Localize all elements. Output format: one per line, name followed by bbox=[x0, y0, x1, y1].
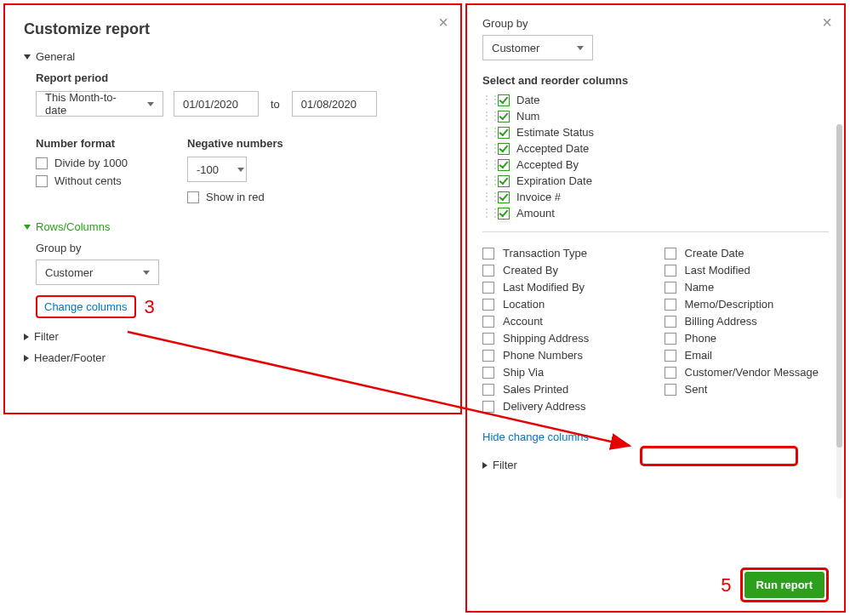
selected-column-item[interactable]: Num bbox=[482, 110, 829, 123]
checkbox-checked-icon[interactable] bbox=[498, 159, 510, 171]
column-label: Shipping Address bbox=[503, 332, 589, 345]
selected-column-item[interactable]: Invoice # bbox=[482, 191, 829, 203]
column-label: Last Modified bbox=[685, 264, 750, 277]
available-column-item[interactable]: Delivery Address bbox=[482, 400, 647, 413]
selected-column-item[interactable]: Accepted Date bbox=[482, 142, 829, 155]
column-label: Last Modified By bbox=[503, 281, 585, 294]
scrollbar[interactable] bbox=[836, 124, 842, 499]
drag-handle-icon[interactable] bbox=[482, 175, 491, 187]
drag-handle-icon[interactable] bbox=[482, 208, 491, 220]
scrollbar-thumb[interactable] bbox=[836, 124, 842, 448]
checkbox-checked-icon[interactable] bbox=[498, 127, 510, 139]
hide-change-columns-link[interactable]: Hide change columns bbox=[482, 431, 829, 443]
checkbox-checked-icon[interactable] bbox=[498, 143, 510, 155]
available-column-item[interactable]: Last Modified bbox=[665, 264, 830, 277]
drag-handle-icon[interactable] bbox=[482, 127, 491, 139]
available-column-item[interactable]: Last Modified By bbox=[482, 281, 647, 294]
checkbox-checked-icon[interactable] bbox=[498, 191, 510, 203]
close-icon[interactable]: × bbox=[438, 14, 448, 31]
checkbox-unchecked-icon[interactable] bbox=[482, 282, 494, 294]
section-general[interactable]: General bbox=[24, 50, 442, 63]
checkbox-unchecked-icon[interactable] bbox=[482, 265, 494, 277]
checkbox-unchecked-icon[interactable] bbox=[665, 282, 676, 294]
drag-handle-icon[interactable] bbox=[482, 94, 491, 106]
drag-handle-icon[interactable] bbox=[482, 143, 491, 155]
section-rows-columns[interactable]: Rows/Columns bbox=[24, 220, 442, 233]
negative-numbers-select[interactable]: -100 bbox=[187, 157, 247, 182]
checkbox-unchecked-icon[interactable] bbox=[482, 367, 494, 379]
available-column-item[interactable]: Sent bbox=[665, 383, 830, 396]
select-reorder-label: Select and reorder columns bbox=[482, 74, 829, 87]
group-by-select-right[interactable]: Customer bbox=[482, 35, 593, 60]
checkbox-unchecked-icon[interactable] bbox=[665, 384, 676, 396]
divide-by-1000-checkbox[interactable]: Divide by 1000 bbox=[36, 157, 128, 169]
checkbox-unchecked-icon[interactable] bbox=[665, 265, 676, 277]
group-by-select-left[interactable]: Customer bbox=[36, 260, 159, 285]
column-label: Phone Numbers bbox=[503, 349, 583, 362]
checkbox-checked-icon[interactable] bbox=[498, 208, 510, 220]
show-in-red-checkbox[interactable]: Show in red bbox=[187, 191, 283, 203]
available-column-item[interactable]: Billing Address bbox=[665, 315, 830, 328]
checkbox-checked-icon[interactable] bbox=[498, 94, 510, 106]
available-column-item[interactable]: Account bbox=[482, 315, 647, 328]
checkbox-unchecked-icon[interactable] bbox=[665, 367, 676, 379]
available-column-item[interactable]: Ship Via bbox=[482, 366, 647, 379]
drag-handle-icon[interactable] bbox=[482, 191, 491, 203]
selected-column-item[interactable]: Accepted By bbox=[482, 158, 829, 171]
checkbox-unchecked-icon[interactable] bbox=[482, 248, 494, 260]
section-header-footer[interactable]: Header/Footer bbox=[24, 351, 442, 364]
available-column-item[interactable]: Email bbox=[665, 349, 830, 362]
available-column-item[interactable]: Location bbox=[482, 298, 647, 311]
checkbox-unchecked-icon[interactable] bbox=[665, 350, 676, 362]
caret-right-icon bbox=[24, 334, 29, 340]
checkbox-unchecked-icon[interactable] bbox=[665, 316, 676, 328]
column-label: Date bbox=[516, 94, 539, 106]
available-column-item[interactable]: Phone Numbers bbox=[482, 349, 647, 362]
section-filter-right[interactable]: Filter bbox=[482, 459, 829, 471]
available-columns: Transaction TypeCreated ByLast Modified … bbox=[482, 242, 829, 417]
report-period-value: This Month-to-date bbox=[45, 91, 128, 117]
checkbox-unchecked-icon[interactable] bbox=[665, 333, 676, 345]
selected-column-item[interactable]: Estimate Status bbox=[482, 126, 829, 139]
checkbox-unchecked-icon[interactable] bbox=[482, 333, 494, 345]
date-from-input[interactable]: 01/01/2020 bbox=[174, 91, 259, 117]
close-icon[interactable]: × bbox=[822, 14, 832, 31]
date-to-input[interactable]: 01/08/2020 bbox=[292, 91, 377, 117]
column-label: Customer/Vendor Message bbox=[685, 366, 819, 379]
checkbox-unchecked-icon[interactable] bbox=[482, 316, 494, 328]
checkbox-unchecked-icon[interactable] bbox=[482, 299, 494, 311]
checkbox-checked-icon[interactable] bbox=[498, 175, 510, 187]
negative-numbers-label: Negative numbers bbox=[187, 137, 283, 150]
report-period-select[interactable]: This Month-to-date bbox=[36, 91, 163, 117]
available-column-item[interactable]: Transaction Type bbox=[482, 247, 647, 260]
column-label: Num bbox=[516, 110, 539, 123]
available-column-item[interactable]: Phone bbox=[665, 332, 830, 345]
available-column-item[interactable]: Customer/Vendor Message bbox=[665, 366, 830, 379]
column-label: Email bbox=[685, 349, 713, 362]
available-column-item[interactable]: Create Date bbox=[665, 247, 830, 260]
available-column-item[interactable]: Created By bbox=[482, 264, 647, 277]
selected-column-item[interactable]: Expiration Date bbox=[482, 174, 829, 187]
without-cents-checkbox[interactable]: Without cents bbox=[36, 174, 128, 187]
checkbox-unchecked-icon[interactable] bbox=[482, 384, 494, 396]
available-column-item[interactable]: Name bbox=[665, 281, 830, 294]
chevron-down-icon bbox=[143, 271, 150, 275]
checkbox-unchecked-icon[interactable] bbox=[665, 248, 676, 260]
checkbox-unchecked-icon[interactable] bbox=[665, 299, 676, 311]
column-label: Sent bbox=[685, 383, 708, 396]
change-columns-link[interactable]: Change columns bbox=[36, 295, 136, 318]
checkbox-unchecked-icon[interactable] bbox=[482, 350, 494, 362]
run-report-button[interactable]: Run report bbox=[744, 572, 824, 598]
available-column-item[interactable]: Shipping Address bbox=[482, 332, 647, 345]
group-by-label-left: Group by bbox=[36, 242, 442, 254]
checkbox-unchecked-icon[interactable] bbox=[482, 401, 494, 413]
drag-handle-icon[interactable] bbox=[482, 111, 491, 123]
selected-column-item[interactable]: Amount bbox=[482, 207, 829, 220]
available-column-item[interactable]: Memo/Description bbox=[665, 298, 830, 311]
section-filter[interactable]: Filter bbox=[24, 330, 442, 343]
selected-column-item[interactable]: Date bbox=[482, 94, 829, 106]
checkbox-checked-icon[interactable] bbox=[498, 111, 510, 123]
drag-handle-icon[interactable] bbox=[482, 159, 491, 171]
available-column-item[interactable]: Sales Printed bbox=[482, 383, 647, 396]
column-label: Billing Address bbox=[685, 315, 757, 328]
